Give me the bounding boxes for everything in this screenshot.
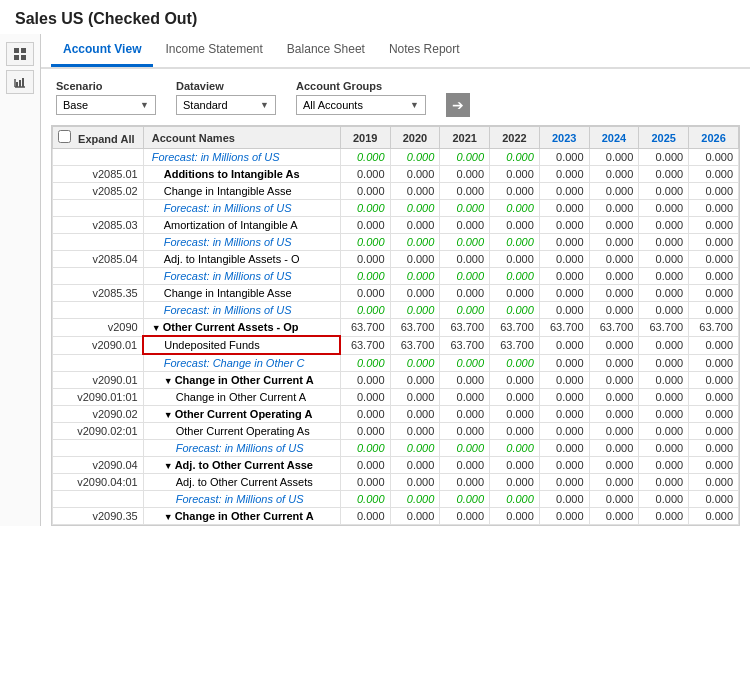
row-value: 0.000: [639, 336, 689, 354]
col-2024[interactable]: 2024: [589, 127, 639, 149]
expand-triangle-icon[interactable]: ▼: [164, 376, 173, 386]
row-value: 0.000: [539, 149, 589, 166]
row-value: 0.000: [340, 491, 390, 508]
table-row: v2090.02:01Other Current Operating As0.0…: [53, 423, 739, 440]
row-value: 0.000: [490, 406, 540, 423]
row-value: 0.000: [390, 183, 440, 200]
col-2026[interactable]: 2026: [689, 127, 739, 149]
svg-rect-8: [22, 78, 24, 87]
table-row: v2085.03Amortization of Intangible A0.00…: [53, 217, 739, 234]
row-value: 0.000: [340, 423, 390, 440]
row-name: Change in Intangible Asse: [143, 183, 340, 200]
page-title: Sales US (Checked Out): [0, 0, 750, 34]
row-value: 0.000: [589, 491, 639, 508]
row-value: 0.000: [689, 440, 739, 457]
row-value: 0.000: [689, 302, 739, 319]
row-name[interactable]: Forecast: in Millions of US: [143, 491, 340, 508]
row-value: 63.700: [639, 319, 689, 337]
tab-account-view[interactable]: Account View: [51, 34, 153, 67]
chart-view-button[interactable]: [6, 70, 34, 94]
row-value: 63.700: [340, 319, 390, 337]
row-value: 0.000: [340, 234, 390, 251]
row-name: ▼Adj. to Other Current Asse: [143, 457, 340, 474]
expand-triangle-icon[interactable]: ▼: [164, 461, 173, 471]
row-value: 0.000: [490, 285, 540, 302]
row-value: 0.000: [490, 268, 540, 285]
row-value: 0.000: [689, 389, 739, 406]
row-code: v2090.01:01: [53, 389, 144, 406]
row-value: 0.000: [440, 268, 490, 285]
row-value: 0.000: [440, 406, 490, 423]
row-value: 0.000: [589, 285, 639, 302]
row-value: 0.000: [539, 423, 589, 440]
row-value: 0.000: [539, 285, 589, 302]
row-name[interactable]: Forecast: in Millions of US: [143, 302, 340, 319]
row-value: 0.000: [390, 440, 440, 457]
row-value: 0.000: [589, 440, 639, 457]
row-value: 0.000: [440, 166, 490, 183]
row-name: ▼Other Current Operating A: [143, 406, 340, 423]
row-name[interactable]: Forecast: in Millions of US: [143, 149, 340, 166]
row-value: 63.700: [490, 336, 540, 354]
row-value: 0.000: [639, 354, 689, 372]
col-2025[interactable]: 2025: [639, 127, 689, 149]
row-value: 0.000: [539, 354, 589, 372]
row-value: 0.000: [689, 406, 739, 423]
row-value: 0.000: [490, 423, 540, 440]
row-name[interactable]: Forecast: in Millions of US: [143, 234, 340, 251]
navigate-button[interactable]: ➔: [446, 93, 470, 117]
row-value: 0.000: [340, 251, 390, 268]
forecast-link[interactable]: Forecast: in Millions of US: [152, 151, 280, 163]
forecast-link[interactable]: Forecast: Change in Other C: [164, 357, 305, 369]
row-value: 0.000: [440, 491, 490, 508]
row-code: v2085.02: [53, 183, 144, 200]
col-2022: 2022: [490, 127, 540, 149]
scenario-value: Base: [63, 99, 88, 111]
row-value: 0.000: [340, 302, 390, 319]
row-value: 0.000: [440, 354, 490, 372]
tab-notes-report[interactable]: Notes Report: [377, 34, 472, 67]
row-value: 0.000: [440, 457, 490, 474]
forecast-link[interactable]: Forecast: in Millions of US: [164, 304, 292, 316]
row-value: 0.000: [689, 508, 739, 525]
forecast-link[interactable]: Forecast: in Millions of US: [164, 202, 292, 214]
grid-view-button[interactable]: [6, 42, 34, 66]
row-value: 0.000: [490, 354, 540, 372]
row-value: 0.000: [689, 217, 739, 234]
row-name[interactable]: Forecast: Change in Other C: [143, 354, 340, 372]
expand-triangle-icon[interactable]: ▼: [164, 410, 173, 420]
account-groups-value: All Accounts: [303, 99, 363, 111]
table-row: v2090.35▼Change in Other Current A0.0000…: [53, 508, 739, 525]
row-value: 0.000: [490, 457, 540, 474]
tab-bar: Account View Income Statement Balance Sh…: [41, 34, 750, 69]
table-row: Forecast: in Millions of US0.0000.0000.0…: [53, 268, 739, 285]
row-value: 0.000: [589, 389, 639, 406]
row-name[interactable]: Forecast: in Millions of US: [143, 268, 340, 285]
table-row: v2085.04Adj. to Intangible Assets - O0.0…: [53, 251, 739, 268]
row-value: 0.000: [340, 457, 390, 474]
svg-rect-6: [16, 82, 18, 87]
dataview-select[interactable]: Standard ▼: [176, 95, 276, 115]
row-value: 0.000: [689, 251, 739, 268]
row-value: 0.000: [390, 285, 440, 302]
account-groups-select[interactable]: All Accounts ▼: [296, 95, 426, 115]
row-name[interactable]: Forecast: in Millions of US: [143, 200, 340, 217]
col-2023[interactable]: 2023: [539, 127, 589, 149]
forecast-link[interactable]: Forecast: in Millions of US: [164, 236, 292, 248]
scenario-select[interactable]: Base ▼: [56, 95, 156, 115]
row-value: 63.700: [589, 319, 639, 337]
row-name[interactable]: Forecast: in Millions of US: [143, 440, 340, 457]
forecast-link[interactable]: Forecast: in Millions of US: [164, 270, 292, 282]
row-value: 0.000: [589, 217, 639, 234]
tab-balance-sheet[interactable]: Balance Sheet: [275, 34, 377, 67]
forecast-link[interactable]: Forecast: in Millions of US: [176, 442, 304, 454]
row-value: 0.000: [639, 406, 689, 423]
row-value: 0.000: [539, 389, 589, 406]
expand-all-checkbox[interactable]: [58, 130, 71, 143]
expand-triangle-icon[interactable]: ▼: [152, 323, 161, 333]
expand-triangle-icon[interactable]: ▼: [164, 512, 173, 522]
forecast-link[interactable]: Forecast: in Millions of US: [176, 493, 304, 505]
row-value: 0.000: [589, 183, 639, 200]
tab-income-statement[interactable]: Income Statement: [153, 34, 274, 67]
row-value: 0.000: [440, 200, 490, 217]
